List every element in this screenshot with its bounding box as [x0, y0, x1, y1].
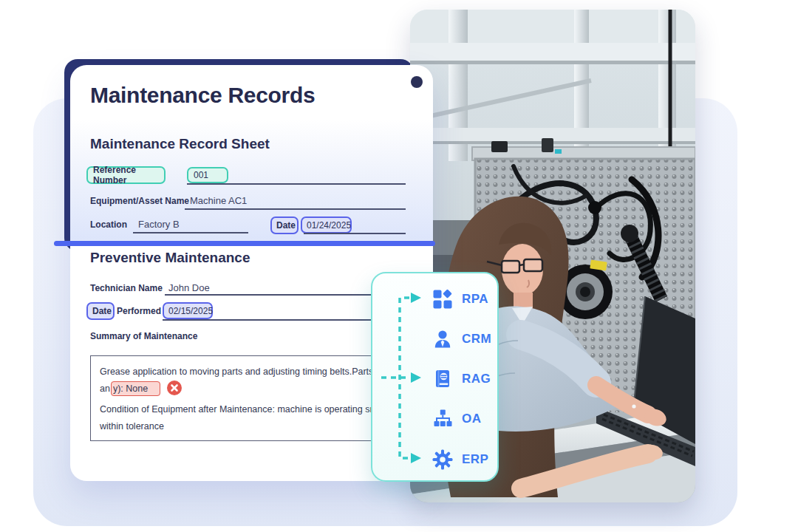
equipment-name-field[interactable]: Machine AC1 — [190, 195, 247, 206]
integration-label: RPA — [462, 292, 488, 307]
reference-number-underline[interactable] — [187, 183, 406, 185]
summary-line-2-prefix: an — [100, 383, 110, 394]
summary-textarea[interactable]: Grease application to moving parts and a… — [90, 355, 400, 441]
location-label: Location — [90, 219, 127, 230]
date-performed-field[interactable]: 02/15/2025 — [163, 302, 213, 319]
technician-name-underline[interactable] — [165, 294, 406, 296]
integration-label: CRM — [462, 332, 491, 347]
date-field[interactable]: 01/24/2025 — [301, 216, 352, 233]
summary-line-4: within tolerance — [100, 418, 391, 435]
integration-item-erp[interactable]: ERP — [432, 449, 488, 471]
technician-name-field[interactable]: John Doe — [168, 282, 210, 293]
integration-label: ERP — [462, 452, 488, 467]
reference-number-label: Reference Number — [86, 166, 166, 184]
integration-label: OA — [462, 412, 482, 426]
date-performed-date-chip: Date — [86, 302, 115, 320]
summary-line-3: Condition of Equipment after Maintenance… — [100, 401, 391, 418]
record-sheet-heading: Maintenance Record Sheet — [90, 136, 270, 152]
equipment-name-underline[interactable] — [185, 208, 406, 210]
integration-item-oa[interactable]: OA — [432, 408, 482, 430]
location-underline[interactable] — [133, 232, 248, 233]
date-underline[interactable] — [304, 233, 406, 234]
apps-grid-icon — [432, 289, 453, 310]
summary-label: Summary of Maintenance — [90, 331, 197, 341]
marketing-illustration: Maintenance Records Maintenance Record S… — [0, 0, 798, 532]
summary-line-2: any): None — [100, 381, 391, 401]
org-chart-icon — [432, 409, 453, 429]
date-label: Date — [270, 216, 299, 234]
user-tie-icon — [432, 329, 453, 349]
date-performed-label: Performed — [117, 306, 161, 316]
date-performed-underline[interactable] — [163, 319, 406, 321]
error-highlight: y): None — [111, 381, 160, 396]
gear-icon — [432, 449, 453, 470]
equipment-name-label: Equipment/Asset Name — [90, 196, 189, 206]
blue-divider-line — [54, 241, 435, 246]
error-x-icon[interactable] — [167, 381, 182, 401]
integration-label: RAG — [462, 372, 491, 386]
reference-number-field[interactable]: 001 — [187, 167, 228, 183]
integration-item-rpa[interactable]: RPA — [432, 288, 488, 310]
page-title: Maintenance Records — [90, 83, 315, 108]
integrations-panel: RPA CRM RAG — [371, 272, 499, 482]
technician-name-label: Technician Name — [90, 283, 163, 293]
book-database-icon — [432, 369, 453, 389]
location-field[interactable]: Factory B — [138, 219, 180, 230]
preventive-heading: Preventive Maintenance — [90, 250, 250, 266]
summary-line-1: Grease application to moving parts and a… — [100, 364, 391, 381]
integration-item-crm[interactable]: CRM — [432, 328, 491, 350]
integration-item-rag[interactable]: RAG — [432, 368, 491, 390]
card-dot — [411, 76, 423, 88]
